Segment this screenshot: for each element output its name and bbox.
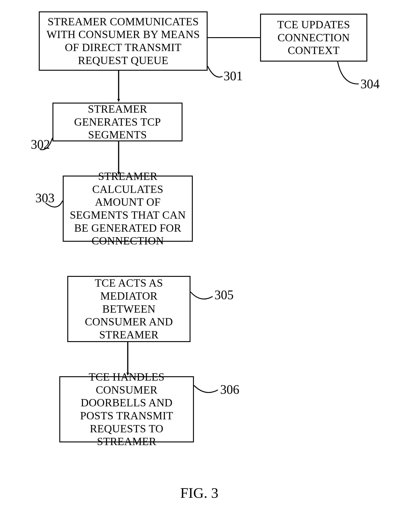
ref-label-306: 306 [220, 383, 239, 396]
ref-label-301: 301 [224, 70, 243, 82]
flow-box-302: STREAMER GENERATES TCP SEGMENTS [52, 103, 182, 141]
flow-box-303: STREAMER CALCULATES AMOUNT OF SEGMENTS T… [63, 176, 193, 242]
figure-page: STREAMER COMMUNICATES WITH CONSUMER BY M… [0, 0, 420, 519]
ref-label-302: 302 [31, 138, 50, 151]
ref-label-303: 303 [35, 192, 54, 204]
figure-caption: FIG. 3 [180, 486, 218, 500]
flow-box-301: STREAMER COMMUNICATES WITH CONSUMER BY M… [39, 11, 208, 71]
flow-box-306: TCE HANDLES CONSUMER DOORBELLS AND POSTS… [59, 376, 194, 442]
flow-box-305: TCE ACTS AS MEDIATOR BETWEEN CONSUMER AN… [67, 276, 190, 342]
ref-label-304: 304 [360, 78, 380, 90]
ref-label-305: 305 [214, 289, 234, 301]
flow-box-304: TCE UPDATES CONNECTION CONTEXT [260, 14, 367, 62]
